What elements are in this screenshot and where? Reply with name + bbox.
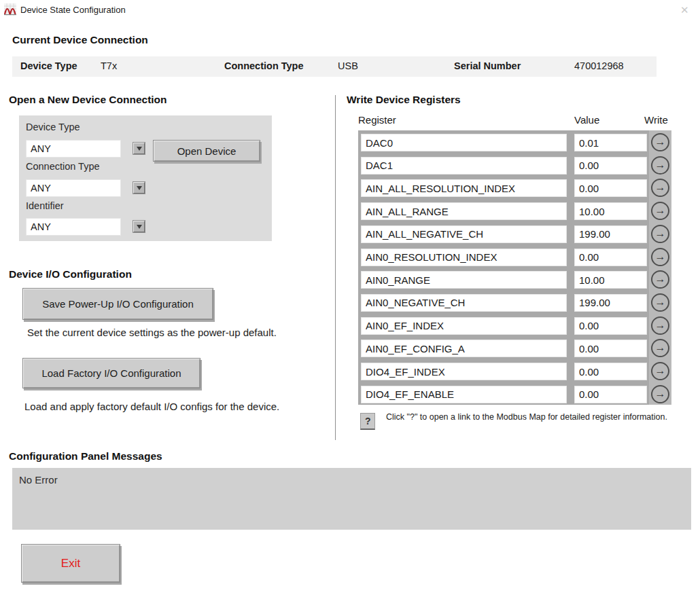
write-register-button[interactable]: → xyxy=(651,202,669,220)
register-value-input[interactable] xyxy=(574,134,647,151)
register-name-input[interactable] xyxy=(361,202,567,220)
write-column-header: Write xyxy=(644,114,668,126)
exit-button[interactable]: Exit xyxy=(21,544,120,583)
register-row: → xyxy=(358,179,671,197)
arrow-right-icon: → xyxy=(655,365,666,376)
write-register-button[interactable]: → xyxy=(651,293,669,312)
register-value-input[interactable] xyxy=(574,317,647,335)
open-connection-panel: Device Type Open Device Connection Type … xyxy=(19,115,272,241)
arrow-right-icon: → xyxy=(655,342,666,353)
write-register-button[interactable]: → xyxy=(651,385,669,403)
register-name-input[interactable] xyxy=(361,134,567,151)
save-config-description: Set the current device settings as the p… xyxy=(27,327,277,338)
arrow-right-icon: → xyxy=(655,228,666,239)
chevron-down-icon xyxy=(137,186,142,190)
arrow-right-icon: → xyxy=(655,160,666,170)
messages-box: No Error xyxy=(12,468,691,530)
serial-number-value: 470012968 xyxy=(574,60,624,71)
arrow-right-icon: → xyxy=(655,297,666,308)
register-column-header: Register xyxy=(358,114,396,126)
connection-type-value: USB xyxy=(338,60,358,71)
write-register-button[interactable]: → xyxy=(651,339,669,357)
section-divider xyxy=(335,95,336,440)
identifier-label: Identifier xyxy=(26,200,64,211)
app-logo-waveform-icon xyxy=(4,3,16,16)
register-row: → xyxy=(358,271,671,289)
new-connection-type-input[interactable] xyxy=(26,179,121,197)
register-value-input[interactable] xyxy=(574,271,647,289)
current-connection-bar: Device Type T7x Connection Type USB Seri… xyxy=(12,56,657,77)
registers-table: → → → → → → xyxy=(358,130,671,405)
close-icon[interactable]: ✕ xyxy=(680,4,689,16)
device-state-configuration-window: Device State Configuration ✕ Current Dev… xyxy=(0,0,700,601)
load-factory-config-button[interactable]: Load Factory I/O Configuration xyxy=(22,358,200,388)
arrow-right-icon: → xyxy=(655,182,666,193)
register-name-input[interactable] xyxy=(361,363,567,380)
write-register-button[interactable]: → xyxy=(651,225,669,243)
modbus-help-text: Click "?" to open a link to the Modbus M… xyxy=(386,412,680,422)
register-name-input[interactable] xyxy=(361,179,567,197)
register-value-input[interactable] xyxy=(574,202,647,220)
register-row: → xyxy=(358,202,671,220)
register-value-input[interactable] xyxy=(574,363,647,380)
device-type-label: Device Type xyxy=(20,60,77,71)
register-name-input[interactable] xyxy=(361,249,567,266)
register-value-input[interactable] xyxy=(574,340,647,357)
identifier-input[interactable] xyxy=(26,218,121,236)
write-register-button[interactable]: → xyxy=(651,179,669,197)
register-name-input[interactable] xyxy=(361,340,567,357)
device-type-value: T7x xyxy=(101,60,117,71)
register-value-input[interactable] xyxy=(574,386,647,403)
connection-type-dropdown-button[interactable] xyxy=(133,182,145,194)
register-name-input[interactable] xyxy=(361,294,567,312)
open-device-button[interactable]: Open Device xyxy=(153,140,260,162)
register-value-input[interactable] xyxy=(574,157,647,175)
register-value-input[interactable] xyxy=(574,225,647,243)
register-value-input[interactable] xyxy=(574,249,647,266)
serial-number-label: Serial Number xyxy=(454,60,521,71)
write-register-button[interactable]: → xyxy=(651,316,669,335)
register-name-input[interactable] xyxy=(361,157,567,175)
new-connection-type-label: Connection Type xyxy=(26,161,100,172)
arrow-right-icon: → xyxy=(655,205,666,216)
current-connection-heading: Current Device Connection xyxy=(12,34,148,46)
register-value-input[interactable] xyxy=(574,294,647,312)
arrow-right-icon: → xyxy=(655,251,666,262)
register-row: → xyxy=(358,386,671,403)
device-type-dropdown-button[interactable] xyxy=(133,143,145,154)
arrow-right-icon: → xyxy=(655,136,666,147)
messages-heading: Configuration Panel Messages xyxy=(9,450,162,462)
register-name-input[interactable] xyxy=(361,271,567,289)
register-name-input[interactable] xyxy=(361,317,567,335)
save-powerup-config-button[interactable]: Save Power-Up I/O Configuration xyxy=(22,288,213,320)
value-column-header: Value xyxy=(574,114,599,126)
register-row: → xyxy=(358,317,671,335)
register-row: → xyxy=(358,363,671,380)
io-config-heading: Device I/O Configuration xyxy=(9,268,132,280)
connection-type-label: Connection Type xyxy=(224,60,304,71)
chevron-down-icon xyxy=(137,147,142,151)
write-register-button[interactable]: → xyxy=(651,133,669,151)
write-register-button[interactable]: → xyxy=(651,270,669,289)
register-row: → xyxy=(358,225,671,243)
new-device-type-input[interactable] xyxy=(26,140,121,158)
open-connection-heading: Open a New Device Connection xyxy=(9,94,167,106)
register-name-input[interactable] xyxy=(361,225,567,243)
register-row: → xyxy=(358,157,671,175)
write-register-button[interactable]: → xyxy=(651,362,669,380)
register-row: → xyxy=(358,340,671,357)
register-name-input[interactable] xyxy=(361,386,567,403)
register-row: → xyxy=(358,249,671,266)
arrow-right-icon: → xyxy=(655,320,666,331)
register-value-input[interactable] xyxy=(574,179,647,197)
chevron-down-icon xyxy=(137,225,142,229)
registers-heading: Write Device Registers xyxy=(347,94,461,106)
modbus-help-button[interactable]: ? xyxy=(360,413,375,430)
identifier-dropdown-button[interactable] xyxy=(133,221,145,232)
load-config-description: Load and apply factory default I/O confi… xyxy=(24,401,279,412)
new-device-type-label: Device Type xyxy=(26,122,80,132)
window-title: Device State Configuration xyxy=(20,5,126,15)
write-register-button[interactable]: → xyxy=(651,248,669,266)
arrow-right-icon: → xyxy=(655,388,666,399)
write-register-button[interactable]: → xyxy=(651,156,669,175)
